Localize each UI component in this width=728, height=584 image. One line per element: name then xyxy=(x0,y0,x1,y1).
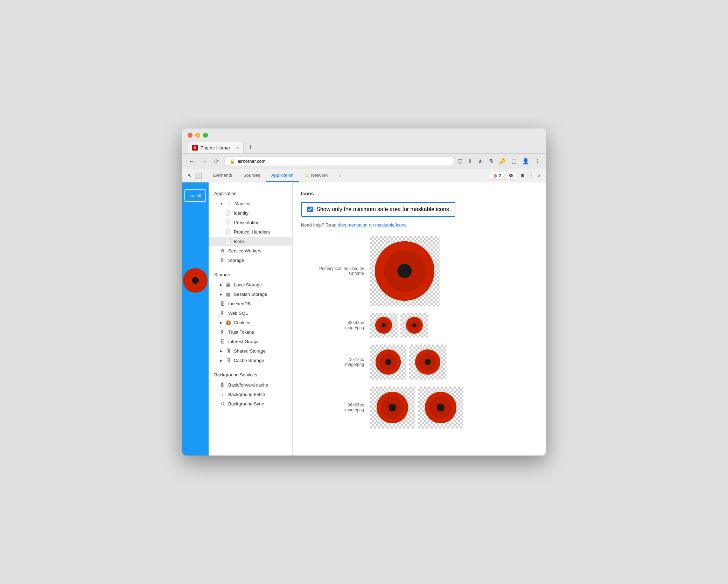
svg-point-7 xyxy=(382,323,386,327)
error-count: 2 xyxy=(499,173,501,178)
forward-button[interactable]: → xyxy=(200,157,209,166)
background-fetch-icon: ↕ xyxy=(220,392,225,397)
back-button[interactable]: ← xyxy=(188,157,196,166)
sidebar-item-session-storage[interactable]: ▶ ▦ Session Storage xyxy=(209,290,292,299)
sidebar-item-interest-groups[interactable]: 🗄 Interest Groups xyxy=(209,337,292,346)
local-storage-icon: ▦ xyxy=(225,282,231,287)
indexeddb-icon: 🗄 xyxy=(220,301,225,306)
url-text: airhorner.com xyxy=(238,159,265,164)
blue-sidebar: Install xyxy=(182,182,209,456)
share-icon[interactable]: ⇧ xyxy=(468,158,472,165)
sidebar-item-presentation[interactable]: 📄 Presentation xyxy=(209,218,292,227)
horner-72-1 xyxy=(376,349,401,375)
sidebar-item-icons[interactable]: 📄 Icons xyxy=(209,237,292,246)
gear-icon: ⚙ xyxy=(220,248,225,253)
icon-72-checkered-2 xyxy=(409,345,446,380)
svg-point-9 xyxy=(408,319,420,331)
tab-bar: The Air Horner × + xyxy=(188,141,540,153)
more-tabs-button[interactable]: » xyxy=(333,169,347,182)
session-storage-arrow: ▶ xyxy=(220,292,223,296)
bookmark-icon[interactable]: ★ xyxy=(478,158,483,165)
sidebar-item-cache-storage[interactable]: ▶ 🗄 Cache Storage xyxy=(209,356,292,365)
application-section-title: Application xyxy=(209,188,292,199)
sidebar-item-manifest[interactable]: ▼ 📄 Manifest xyxy=(209,199,292,208)
devtools-settings-icon[interactable]: ⚙ xyxy=(520,173,525,178)
reload-button[interactable]: ⟳ xyxy=(213,157,220,166)
icon-72-pair xyxy=(370,345,446,380)
sidebar-item-identity[interactable]: 📄 Identity xyxy=(209,208,292,218)
main-content: Install Application ▼ 📄 Manifest 📄 Ident… xyxy=(182,182,546,456)
sidebar-item-indexeddb[interactable]: 🗄 IndexedDB xyxy=(209,299,292,308)
doc-icon-2: 📄 xyxy=(225,220,231,225)
minimize-traffic-light[interactable] xyxy=(195,133,200,138)
sidebar-item-protocol-handlers[interactable]: 📄 Protocol Handlers xyxy=(209,227,292,237)
split-view-icon[interactable]: ▢ xyxy=(511,158,517,165)
shared-storage-arrow: ▶ xyxy=(220,349,223,353)
sidebar-item-cookies[interactable]: ▶ 🍪 Cookies xyxy=(209,318,292,327)
devtools-tabs: Elements Sources Application ⚠ Network » xyxy=(208,169,490,182)
devtools-more-icon[interactable]: ⋮ xyxy=(529,173,533,178)
sidebar-item-back-forward-cache[interactable]: 🗄 Back/forward cache xyxy=(209,380,292,390)
tab-application[interactable]: Application xyxy=(266,169,299,182)
svg-point-18 xyxy=(382,397,404,419)
maximize-traffic-light[interactable] xyxy=(203,133,208,138)
sidebar-item-local-storage[interactable]: ▶ ▦ Local Storage xyxy=(209,280,292,290)
icon-row-96: 96×96px image/png xyxy=(301,387,538,429)
extensions-icon[interactable]: ⚗ xyxy=(488,158,493,165)
maskable-icons-checkbox[interactable] xyxy=(307,207,313,212)
lock-icon: 🔒 xyxy=(230,159,235,164)
warning-count-icon: ⚠ xyxy=(503,173,507,179)
svg-point-12 xyxy=(379,353,397,371)
back-forward-icon: 🗄 xyxy=(220,382,225,388)
horner-48-2 xyxy=(406,317,423,334)
tab-sources[interactable]: Sources xyxy=(238,169,266,182)
svg-point-16 xyxy=(425,359,430,365)
background-sync-icon: ↺ xyxy=(220,401,225,406)
doc-icon-4: 📄 xyxy=(225,239,231,244)
documentation-link[interactable]: documentation on maskable icons xyxy=(338,222,407,228)
icon-72-label: 72×72px image/png xyxy=(301,357,364,367)
sidebar-item-background-sync[interactable]: ↺ Background Sync xyxy=(209,399,292,409)
new-tab-button[interactable]: + xyxy=(245,141,256,153)
tab-network[interactable]: ⚠ Network xyxy=(299,169,334,182)
icon-96-label: 96×96px image/png xyxy=(301,403,364,412)
profile-icon[interactable]: 👤 xyxy=(522,158,529,165)
icon-48-checkered-2 xyxy=(400,313,428,338)
device-tool[interactable]: ⬜ xyxy=(195,172,202,179)
session-storage-icon: ▦ xyxy=(225,292,231,297)
icon-row-48: 48×48px image/png xyxy=(301,313,538,338)
error-icon: ⊗ xyxy=(493,173,497,179)
horner-96-1 xyxy=(377,392,408,423)
sidebar-item-trust-tokens[interactable]: 🗄 Trust Tokens xyxy=(209,327,292,337)
shared-storage-icon: 🗄 xyxy=(225,348,231,354)
error-badge: ⊗ 2 ⚠ 85 xyxy=(490,172,516,180)
sidebar-item-web-sql[interactable]: 🗄 Web SQL xyxy=(209,308,292,318)
icon-96-checkered-1 xyxy=(370,387,415,429)
svg-point-13 xyxy=(385,359,391,365)
sidebar-item-storage[interactable]: 🗄 Storage xyxy=(209,256,292,265)
icon-48-pair xyxy=(370,313,428,338)
sidebar-item-background-fetch[interactable]: ↕ Background Fetch xyxy=(209,390,292,399)
download-icon[interactable]: ⍗ xyxy=(458,158,462,165)
active-tab[interactable]: The Air Horner × xyxy=(188,142,244,153)
install-button[interactable]: Install xyxy=(184,189,206,202)
svg-point-10 xyxy=(412,323,416,327)
sidebar-item-shared-storage[interactable]: ▶ 🗄 Shared Storage xyxy=(209,346,292,356)
icon-row-chrome: Primary icon as used by Chrome xyxy=(301,236,538,306)
devtools-close-button[interactable]: × xyxy=(538,173,540,178)
sidebar-item-service-workers[interactable]: ⚙ Service Workers xyxy=(209,246,292,256)
menu-icon[interactable]: ⋮ xyxy=(535,158,540,165)
svg-point-21 xyxy=(430,397,452,419)
close-traffic-light[interactable] xyxy=(188,133,192,138)
tab-elements[interactable]: Elements xyxy=(208,169,238,182)
icons-section-title: Icons xyxy=(301,191,538,196)
url-bar[interactable]: 🔒 airhorner.com xyxy=(224,157,454,166)
svg-point-22 xyxy=(437,404,444,411)
cursor-tool[interactable]: ↖ xyxy=(188,172,192,179)
maskable-icons-label: Show only the minimum safe area for mask… xyxy=(316,206,449,213)
svg-point-1 xyxy=(194,147,196,148)
tab-close-button[interactable]: × xyxy=(236,145,239,151)
chrome-horner-icon xyxy=(375,241,434,301)
profile-lock-icon[interactable]: 🔑 xyxy=(499,158,506,165)
icon-96-pair xyxy=(370,387,463,429)
